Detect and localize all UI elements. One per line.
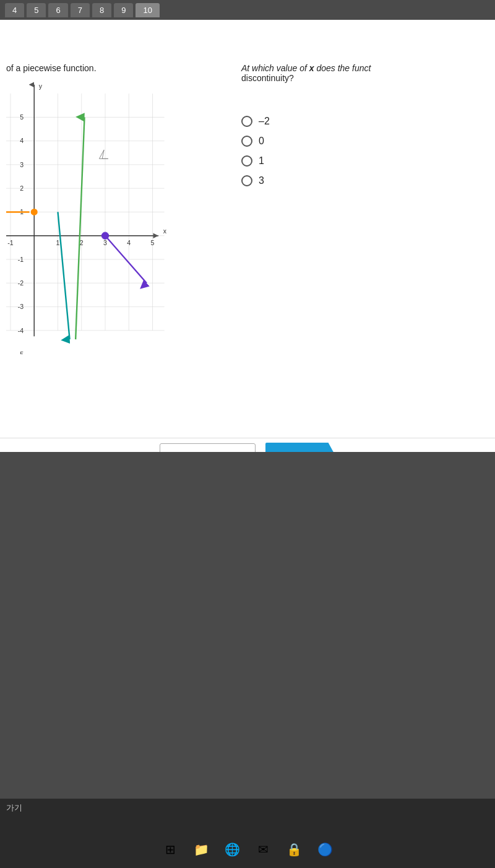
top-nav: 4 5 6 7 8 9 10 xyxy=(0,0,495,20)
nav-tab-9[interactable]: 9 xyxy=(114,3,133,17)
svg-text:5: 5 xyxy=(20,113,24,121)
taskbar-text: 가기 xyxy=(6,802,22,814)
svg-text:-1: -1 xyxy=(18,256,24,263)
radio-0[interactable] xyxy=(241,136,252,147)
question-right-text: At which value of x does the functdiscon… xyxy=(241,63,371,83)
svg-text:-5: -5 xyxy=(18,350,24,354)
svg-text:4: 4 xyxy=(127,239,131,246)
graph-container: 5 4 3 2 1 -1 -2 -3 -4 -5 -3 -2 -1 1 2 3 … xyxy=(6,82,217,373)
taskbar-icon-windows[interactable]: ⊞ xyxy=(159,838,181,861)
question-left-text: of a piecewise function. xyxy=(6,63,97,73)
taskbar-icon-mail[interactable]: ✉ xyxy=(252,838,274,861)
svg-point-49 xyxy=(31,209,37,215)
nav-tab-5[interactable]: 5 xyxy=(27,3,46,17)
option-0-label: 0 xyxy=(259,136,264,147)
svg-text:-3: -3 xyxy=(18,303,24,310)
svg-text:4: 4 xyxy=(20,137,24,144)
option-1[interactable]: 1 xyxy=(241,155,270,167)
option-neg2-label: –2 xyxy=(259,116,270,127)
nav-tab-8[interactable]: 8 xyxy=(92,3,111,17)
piecewise-graph: 5 4 3 2 1 -1 -2 -3 -4 -5 -3 -2 -1 1 2 3 … xyxy=(6,82,204,354)
svg-text:2: 2 xyxy=(20,184,24,192)
svg-text:-2: -2 xyxy=(18,279,24,287)
content-area: of a piecewise function. At which value … xyxy=(0,20,495,472)
nav-tab-6[interactable]: 6 xyxy=(48,3,67,17)
left-text-span: of a piecewise function. xyxy=(6,63,97,73)
nav-tab-7[interactable]: 7 xyxy=(71,3,90,17)
svg-text:1: 1 xyxy=(56,239,60,246)
dark-desktop-area xyxy=(0,452,495,799)
svg-text:-1: -1 xyxy=(7,239,14,246)
nav-tab-10[interactable]: 10 xyxy=(136,3,159,17)
nav-tab-4[interactable]: 4 xyxy=(5,3,24,17)
option-3[interactable]: 3 xyxy=(241,175,270,186)
option-neg2[interactable]: –2 xyxy=(241,116,270,127)
taskbar-icon-lock[interactable]: 🔒 xyxy=(283,838,305,861)
taskbar-icon-browser[interactable]: 🌐 xyxy=(221,838,243,861)
radio-neg2[interactable] xyxy=(241,116,252,127)
radio-3[interactable] xyxy=(241,175,252,186)
svg-line-51 xyxy=(75,117,84,339)
taskbar-icon-folder[interactable]: 📁 xyxy=(190,838,212,861)
svg-text:5: 5 xyxy=(151,239,155,246)
discontinuity-text: discontinuity? xyxy=(241,73,294,83)
option-0[interactable]: 0 xyxy=(241,136,270,147)
answer-options: –2 0 1 3 xyxy=(241,116,270,186)
option-1-label: 1 xyxy=(259,155,264,167)
taskbar: 가기 ⊞ 📁 🌐 ✉ 🔒 🔵 xyxy=(0,799,495,868)
svg-text:-4: -4 xyxy=(18,327,24,334)
svg-line-50 xyxy=(58,212,69,339)
svg-text:3: 3 xyxy=(20,161,24,168)
option-3-label: 3 xyxy=(259,175,264,186)
radio-1[interactable] xyxy=(241,155,252,167)
svg-text:3: 3 xyxy=(103,239,107,246)
taskbar-icon-settings[interactable]: 🔵 xyxy=(314,838,336,861)
svg-text:y: y xyxy=(39,82,43,90)
svg-marker-54 xyxy=(99,150,108,158)
svg-text:x: x xyxy=(163,227,167,235)
taskbar-icons: ⊞ 📁 🌐 ✉ 🔒 🔵 xyxy=(159,838,336,861)
